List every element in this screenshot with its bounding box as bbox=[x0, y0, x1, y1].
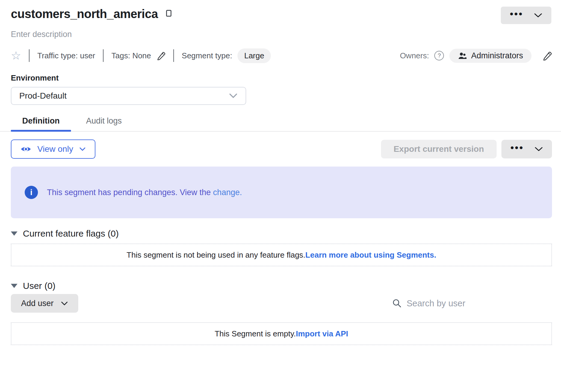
learn-more-link[interactable]: Learn more about using Segments. bbox=[305, 250, 436, 260]
view-only-label: View only bbox=[37, 144, 73, 154]
definition-toolbar: View only Export current version ••• bbox=[11, 139, 552, 159]
tab-audit-logs[interactable]: Audit logs bbox=[86, 116, 122, 131]
view-only-button[interactable]: View only bbox=[11, 139, 95, 159]
environment-select[interactable]: Prod-Default bbox=[11, 87, 246, 105]
collapse-caret-icon bbox=[11, 284, 17, 288]
search-by-user-input[interactable] bbox=[406, 298, 544, 309]
copy-icon[interactable] bbox=[164, 9, 172, 19]
favorite-star-icon[interactable]: ☆ bbox=[11, 50, 21, 61]
feature-flags-empty-text: This segment is not being used in any fe… bbox=[127, 250, 305, 260]
user-toolbar: Add user bbox=[11, 294, 552, 313]
meta-row: ☆ Traffic type: user Tags: None Segment … bbox=[11, 49, 552, 63]
export-current-version-button[interactable]: Export current version bbox=[381, 140, 497, 158]
eye-icon bbox=[20, 145, 31, 153]
collapse-caret-icon bbox=[11, 231, 17, 236]
feature-flags-empty-state: This segment is not being used in any fe… bbox=[11, 243, 552, 266]
user-section-header[interactable]: User (0) bbox=[11, 281, 552, 291]
title-row: customers_north_america ••• bbox=[11, 0, 552, 21]
import-via-api-link[interactable]: Import via API bbox=[296, 329, 348, 338]
banner-message: This segment has pending changes. View t… bbox=[47, 188, 242, 197]
help-icon[interactable]: ? bbox=[434, 51, 444, 60]
chevron-down-icon bbox=[61, 301, 68, 306]
owners-badge: Administrators bbox=[449, 49, 532, 63]
divider bbox=[29, 49, 29, 62]
owners-label: Owners: bbox=[400, 51, 429, 60]
environment-selected-value: Prod-Default bbox=[19, 91, 67, 101]
owners-value: Administrators bbox=[471, 51, 523, 60]
chevron-down-icon bbox=[535, 147, 543, 152]
info-icon: i bbox=[25, 186, 38, 199]
tabs-bar: Definition Audit logs bbox=[0, 116, 561, 132]
tab-definition[interactable]: Definition bbox=[11, 116, 71, 131]
traffic-type-label: Traffic type: user bbox=[37, 51, 95, 60]
segment-type-badge: Large bbox=[237, 48, 271, 63]
toolbar-right-group: Export current version ••• bbox=[381, 140, 552, 158]
tags-label: Tags: None bbox=[111, 51, 151, 60]
user-empty-state: This Segment is empty.Import via API bbox=[11, 322, 552, 345]
pending-changes-banner: i This segment has pending changes. View… bbox=[11, 167, 552, 218]
edit-owners-icon[interactable] bbox=[542, 51, 552, 60]
user-empty-text: This Segment is empty. bbox=[215, 329, 296, 338]
chevron-down-icon bbox=[79, 147, 86, 151]
segment-detail-page: customers_north_america ••• Enter descri… bbox=[0, 0, 561, 345]
environment-label: Environment bbox=[11, 73, 552, 83]
user-heading: User (0) bbox=[23, 281, 55, 291]
chevron-down-icon bbox=[229, 93, 238, 99]
feature-flags-heading: Current feature flags (0) bbox=[23, 228, 119, 239]
chevron-down-icon bbox=[534, 13, 542, 18]
people-icon bbox=[458, 52, 467, 60]
segment-type-label: Segment type: bbox=[182, 51, 232, 60]
description-field[interactable]: Enter description bbox=[11, 30, 552, 39]
feature-flags-section-header[interactable]: Current feature flags (0) bbox=[11, 228, 552, 239]
divider bbox=[103, 49, 104, 62]
page-title: customers_north_america bbox=[11, 7, 158, 21]
header-more-menu-button[interactable]: ••• bbox=[501, 7, 551, 24]
add-user-label: Add user bbox=[21, 299, 54, 308]
search-by-user bbox=[392, 298, 552, 309]
divider bbox=[173, 49, 174, 62]
search-icon bbox=[392, 299, 402, 308]
owners-group: Owners: ? Administrators bbox=[400, 49, 552, 63]
toolbar-more-menu-button[interactable]: ••• bbox=[501, 140, 552, 158]
banner-message-text: This segment has pending changes. View t… bbox=[47, 188, 213, 197]
add-user-button[interactable]: Add user bbox=[11, 294, 78, 313]
view-change-link[interactable]: change. bbox=[213, 188, 242, 197]
edit-tags-icon[interactable] bbox=[157, 51, 166, 60]
